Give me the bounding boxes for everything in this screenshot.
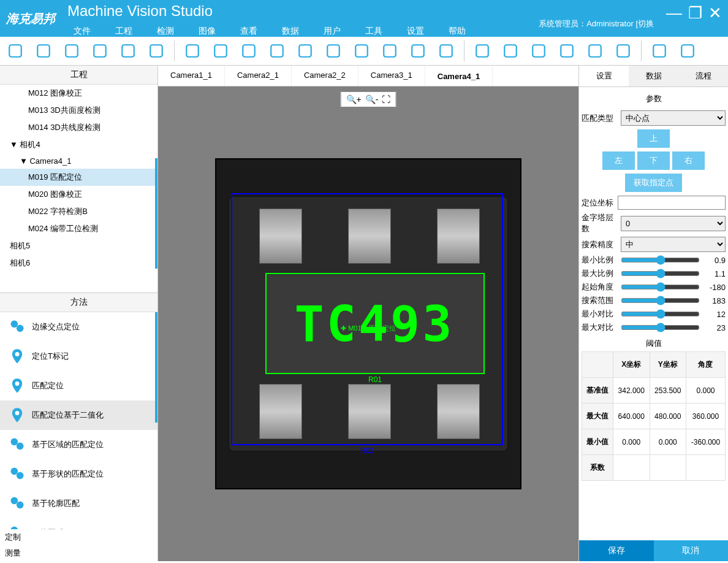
menu-查看[interactable]: 查看 xyxy=(240,26,257,37)
cell[interactable]: 640.000 xyxy=(613,404,650,429)
tree-item[interactable]: 相机5 xyxy=(0,237,157,255)
user-icon[interactable] xyxy=(408,40,428,61)
cell[interactable]: 253.500 xyxy=(650,378,686,404)
btn-getpoint[interactable]: 获取指定点 xyxy=(625,174,682,192)
method-item[interactable]: 基于轮廓匹配 xyxy=(0,489,157,518)
image-icon[interactable] xyxy=(238,40,259,61)
broadcast-icon[interactable] xyxy=(613,40,634,61)
camera-icon[interactable] xyxy=(182,40,203,61)
cell[interactable]: 0.000 xyxy=(613,429,650,455)
tree-item[interactable]: M012 图像校正 xyxy=(0,85,157,102)
info-icon[interactable] xyxy=(677,40,698,61)
close-icon[interactable]: ✕ xyxy=(708,4,722,23)
tree-item[interactable]: M024 编带工位检测 xyxy=(0,220,157,237)
cell[interactable]: -360.000 xyxy=(686,429,725,455)
menu-图像[interactable]: 图像 xyxy=(199,26,216,37)
slider-最小比例[interactable] xyxy=(621,255,700,265)
slider-最大比例[interactable] xyxy=(621,269,700,278)
tree-item[interactable]: M020 图像校正 xyxy=(0,186,157,203)
cell[interactable] xyxy=(686,455,725,481)
menu-设置[interactable]: 设置 xyxy=(407,26,424,37)
stats-icon[interactable] xyxy=(323,40,344,61)
rtab-设置[interactable]: 设置 xyxy=(579,66,629,86)
warn-icon[interactable] xyxy=(146,40,167,61)
cell[interactable]: 0.000 xyxy=(686,378,725,404)
barcode-icon[interactable] xyxy=(556,40,577,61)
method-item[interactable]: 形状匹配 xyxy=(0,518,157,529)
match-type-select[interactable]: 中心点 xyxy=(621,110,726,126)
tree-item[interactable]: M022 字符检测B xyxy=(0,203,157,220)
zoom-out-icon[interactable]: 🔍- xyxy=(365,94,379,104)
tab-Camera3_1[interactable]: Camera3_1 xyxy=(358,66,425,86)
tab-Camera1_1[interactable]: Camera1_1 xyxy=(158,66,225,86)
btn-right[interactable]: 右 xyxy=(672,151,705,170)
method-item[interactable]: 基于形状的匹配定位 xyxy=(0,459,157,489)
page-icon[interactable] xyxy=(267,40,287,61)
mail-icon[interactable] xyxy=(295,40,316,61)
btn-up[interactable]: 上 xyxy=(637,129,670,148)
cell[interactable]: 342.000 xyxy=(613,378,650,404)
target-icon[interactable] xyxy=(472,40,493,61)
cell[interactable]: 360.000 xyxy=(686,404,725,429)
zoom-in-icon[interactable]: 🔍+ xyxy=(346,94,362,104)
lock-icon[interactable] xyxy=(89,40,110,61)
fullscreen-icon[interactable]: ⛶ xyxy=(382,94,390,104)
menu-用户[interactable]: 用户 xyxy=(324,26,341,37)
method-item[interactable]: 匹配定位基于二值化 xyxy=(0,400,157,430)
slider-最大对比[interactable] xyxy=(621,323,700,332)
cell[interactable] xyxy=(613,455,650,481)
tab-Camera4_1[interactable]: Camera4_1 xyxy=(425,66,493,86)
slider-搜索范围[interactable] xyxy=(621,296,700,305)
btn-down[interactable]: 下 xyxy=(637,151,670,170)
cell[interactable] xyxy=(650,455,686,481)
doc2-icon[interactable] xyxy=(61,40,82,61)
maximize-icon[interactable]: ❐ xyxy=(688,4,702,23)
tab-Camera2_2[interactable]: Camera2_2 xyxy=(292,66,358,86)
scrollbar-thumb[interactable] xyxy=(155,312,157,423)
locate-input[interactable] xyxy=(618,196,726,210)
footer-measure[interactable]: 测量 xyxy=(0,545,157,561)
image-viewer[interactable]: 🔍+ 🔍- ⛶ TC493 R02 R01 ✚ M019_匹配定位 xyxy=(158,86,578,561)
tree-item[interactable]: M014 3D共线度检测 xyxy=(0,119,157,136)
scrollbar-thumb[interactable] xyxy=(155,158,157,269)
export-icon[interactable] xyxy=(5,40,26,61)
cell[interactable]: 0.000 xyxy=(650,429,686,455)
cancel-button[interactable]: 取消 xyxy=(654,540,729,561)
method-item[interactable]: 定位T标记 xyxy=(0,342,157,371)
menu-工具[interactable]: 工具 xyxy=(365,26,382,37)
tree-item[interactable]: 相机6 xyxy=(0,255,157,272)
slider-最小对比[interactable] xyxy=(621,309,700,319)
minimize-icon[interactable]: — xyxy=(666,4,682,23)
save-button[interactable]: 保存 xyxy=(579,540,654,561)
pyramid-select[interactable]: 0 xyxy=(621,216,726,231)
btn-left[interactable]: 左 xyxy=(602,151,635,170)
tree-item[interactable]: M019 匹配定位 xyxy=(0,169,157,186)
gear-icon[interactable] xyxy=(528,40,549,61)
footer-custom[interactable]: 定制 xyxy=(0,529,157,545)
tree-item[interactable]: ▼ 相机4 xyxy=(0,136,157,153)
doc1-icon[interactable] xyxy=(33,40,54,61)
method-item[interactable]: 边缘交点定位 xyxy=(0,312,157,342)
edit-icon[interactable] xyxy=(210,40,231,61)
key-icon[interactable] xyxy=(436,40,457,61)
help-icon[interactable] xyxy=(649,40,670,61)
menu-检测[interactable]: 检测 xyxy=(157,26,174,37)
rtab-数据[interactable]: 数据 xyxy=(629,66,678,86)
sync-icon[interactable] xyxy=(585,40,605,61)
tab-Camera2_1[interactable]: Camera2_1 xyxy=(225,66,292,86)
method-item[interactable]: 基于区域的匹配定位 xyxy=(0,430,157,459)
menu-文件[interactable]: 文件 xyxy=(74,26,91,37)
slider-起始角度[interactable] xyxy=(621,282,700,292)
chart-icon[interactable] xyxy=(118,40,138,61)
menu-工程[interactable]: 工程 xyxy=(115,26,132,37)
rtab-流程[interactable]: 流程 xyxy=(678,66,728,86)
menu-帮助[interactable]: 帮助 xyxy=(449,26,466,37)
ruler-icon[interactable] xyxy=(500,40,521,61)
search-icon[interactable] xyxy=(351,40,372,61)
precision-select[interactable]: 中 xyxy=(621,237,726,252)
method-item[interactable]: 匹配定位 xyxy=(0,371,157,400)
menu-数据[interactable]: 数据 xyxy=(282,26,299,37)
note-icon[interactable] xyxy=(379,40,400,61)
tree-item[interactable]: M013 3D共面度检测 xyxy=(0,102,157,119)
tree-item[interactable]: ▼ Camera4_1 xyxy=(0,153,157,169)
